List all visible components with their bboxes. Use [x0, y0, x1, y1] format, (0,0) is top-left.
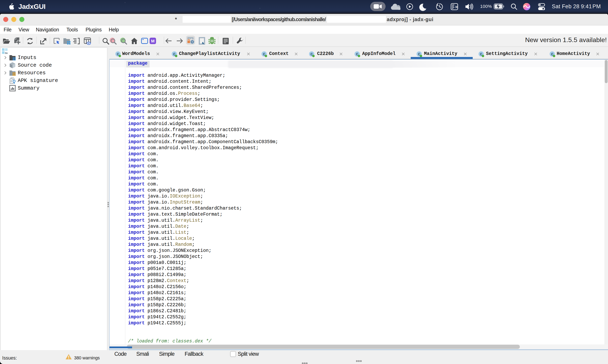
svg-text:M: M [151, 39, 155, 43]
svg-text:⌘: ⌘ [455, 5, 458, 9]
